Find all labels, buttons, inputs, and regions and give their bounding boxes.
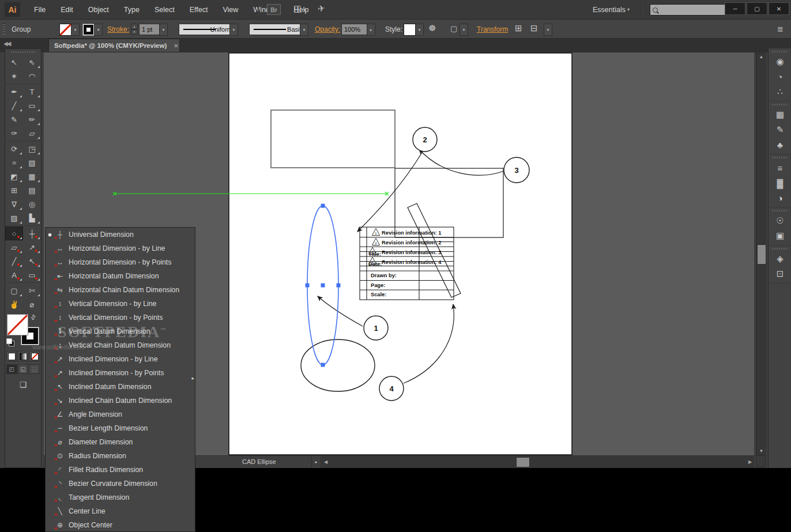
vertical-scroll-thumb[interactable] bbox=[757, 244, 766, 265]
tool-zoom[interactable]: ⌀ bbox=[23, 297, 41, 311]
default-fill-stroke-icon[interactable] bbox=[6, 338, 14, 346]
panel-icon-kuler[interactable]: ∴ bbox=[769, 84, 791, 99]
opacity-popup-arrow[interactable]: ▸ bbox=[367, 24, 375, 36]
menu-item-vertical-chain-datum-dimension[interactable]: ↨Vertical Chain Datum Dimension bbox=[46, 338, 195, 352]
menu-item-object-center[interactable]: ⊕Object Center bbox=[46, 518, 195, 532]
width-profile-caret[interactable]: ▾ bbox=[229, 24, 238, 36]
select-similar-caret[interactable]: ▾ bbox=[459, 24, 468, 36]
tool-slice[interactable]: ✄ bbox=[23, 284, 41, 297]
tool-cad-label[interactable]: A bbox=[5, 268, 23, 282]
panel-icon-layers[interactable]: ◈ bbox=[769, 251, 791, 266]
panel-icon-stroke[interactable]: ≡ bbox=[769, 160, 791, 175]
menu-edit[interactable]: Edit bbox=[53, 0, 81, 19]
panel-icon-appearance[interactable]: ☉ bbox=[769, 213, 791, 228]
menu-effect[interactable]: Effect bbox=[182, 0, 216, 19]
panel-icon-brushes[interactable]: ✎ bbox=[769, 122, 791, 137]
panel-icon-color[interactable]: ◉ bbox=[769, 54, 791, 69]
menu-item-angle-dimension[interactable]: ∠Angle Dimension bbox=[46, 408, 195, 421]
fill-swatch-caret[interactable]: ▾ bbox=[71, 24, 80, 36]
swap-fill-stroke-icon[interactable]: ⇄ bbox=[29, 313, 38, 322]
menu-item-horizontal-chain-datum-dimension[interactable]: ⇋Horizontal Chain Datum Dimension bbox=[46, 283, 195, 297]
panel-grip[interactable] bbox=[3, 23, 5, 35]
menu-item-bezier-length-dimension[interactable]: ∽Bezier Length Dimension bbox=[46, 421, 195, 435]
search-input[interactable] bbox=[650, 4, 725, 16]
panel-grip[interactable] bbox=[772, 103, 788, 106]
scroll-right-icon[interactable]: ▶ bbox=[746, 456, 754, 468]
tool-perspective-grid[interactable]: ▦ bbox=[23, 169, 41, 183]
menu-file[interactable]: File bbox=[27, 0, 53, 19]
tool-cad-parallelogram[interactable]: ▱ bbox=[5, 240, 23, 254]
panel-icon-artboards[interactable]: ⊡ bbox=[769, 266, 791, 281]
tool-rectangle[interactable]: ▭ bbox=[23, 99, 41, 112]
none-button[interactable] bbox=[29, 351, 40, 361]
tab-close-icon[interactable]: ✕ bbox=[174, 43, 178, 49]
draw-behind-button[interactable]: ◱ bbox=[18, 364, 29, 374]
horizontal-scrollbar[interactable]: ◀ ▶ bbox=[322, 456, 754, 468]
tool-eraser[interactable]: ▱ bbox=[23, 126, 41, 140]
menu-item-fillet-radius-dimension[interactable]: ◜Fillet Radius Dimension bbox=[46, 463, 195, 477]
menu-item-bezier-curvature-dimension[interactable]: ◝Bezier Curvature Dimension bbox=[46, 477, 195, 491]
stepper-down-icon[interactable]: ▾ bbox=[131, 29, 138, 35]
menu-item-horizontal-dimension-by-line[interactable]: ↔Horizontal Dimension - by Line bbox=[46, 242, 195, 255]
brush-definition-caret[interactable]: ▾ bbox=[300, 24, 308, 36]
tool-magic-wand[interactable]: ✶ bbox=[5, 69, 23, 83]
tool-type[interactable]: T bbox=[23, 85, 41, 99]
scroll-down-icon[interactable]: ▼ bbox=[756, 447, 766, 455]
tool-free-transform[interactable]: ▧ bbox=[23, 156, 41, 169]
width-profile-dropdown[interactable]: Uniform bbox=[179, 24, 236, 35]
menu-item-center-line[interactable]: ╲Center Line bbox=[46, 504, 195, 518]
cs-live-icon[interactable]: ✈ bbox=[317, 3, 326, 14]
distribute-objects-icon[interactable]: ⊟ bbox=[530, 23, 538, 33]
panel-grip[interactable] bbox=[772, 50, 788, 53]
panel-grip[interactable] bbox=[772, 209, 788, 212]
menu-item-inclined-dimension-by-line[interactable]: ↗Inclined Dimension - by Line bbox=[46, 352, 195, 366]
tool-cad-line[interactable]: ╱ bbox=[5, 254, 23, 268]
tool-paintbrush[interactable]: ✎ bbox=[5, 112, 23, 126]
panel-icon-swatches[interactable]: ▦ bbox=[769, 107, 791, 122]
tool-scale[interactable]: ◳ bbox=[23, 142, 41, 156]
panel-icon-gradient[interactable]: ▓ bbox=[769, 175, 791, 190]
tool-pen[interactable]: ✒ bbox=[5, 85, 23, 99]
horizontal-scroll-thumb[interactable] bbox=[516, 457, 530, 467]
draw-normal-button[interactable]: ◰ bbox=[6, 364, 17, 374]
menu-item-diameter-dimension[interactable]: ⌀Diameter Dimension bbox=[46, 435, 195, 449]
maximize-button[interactable]: ▢ bbox=[747, 2, 767, 15]
brush-definition-dropdown[interactable]: Basic bbox=[249, 24, 307, 35]
menu-object[interactable]: Object bbox=[81, 0, 116, 19]
menu-item-vertical-dimension-by-points[interactable]: ↕Vertical Dimension - by Points bbox=[46, 311, 195, 325]
panel-grip[interactable] bbox=[11, 50, 35, 54]
fill-swatch[interactable] bbox=[59, 24, 71, 36]
tool-column-graph[interactable]: ▙ bbox=[23, 211, 41, 225]
tool-artboard[interactable]: ▢ bbox=[5, 284, 23, 297]
bridge-launch-button[interactable]: Br bbox=[267, 4, 281, 15]
document-tab[interactable]: Softpedia* @ 100% (CMYK/Preview) ✕ bbox=[48, 39, 180, 52]
tool-blob-brush[interactable]: ✑ bbox=[5, 126, 23, 140]
recolor-artwork-icon[interactable]: ☸ bbox=[428, 23, 436, 33]
menu-item-tangent-dimension[interactable]: ◟Tangent Dimension bbox=[46, 491, 195, 504]
tool-width[interactable]: ≈ bbox=[5, 156, 23, 169]
opacity-panel-link[interactable]: Opacity: bbox=[315, 25, 340, 33]
panel-icon-transparency[interactable]: ◑ bbox=[769, 190, 791, 205]
tool-cad-rectangle[interactable]: ▭ bbox=[23, 268, 41, 282]
tool-pencil[interactable]: ✏ bbox=[23, 112, 41, 126]
menu-item-horizontal-datum-dimension[interactable]: ⇤Horizontal Datum Dimension bbox=[46, 269, 195, 283]
stroke-weight-stepper[interactable]: ▴ ▾ bbox=[131, 24, 138, 35]
panel-icon-color-guide[interactable]: ◔ bbox=[769, 69, 791, 84]
vertical-scrollbar[interactable]: ▲ ▼ bbox=[756, 52, 766, 455]
stroke-panel-link[interactable]: Stroke: bbox=[107, 25, 129, 33]
tool-lasso[interactable]: ◠ bbox=[23, 69, 41, 83]
tool-symbol-sprayer[interactable]: ▨ bbox=[5, 211, 23, 225]
draw-inside-button[interactable]: ◲ bbox=[29, 364, 40, 374]
tool-cad-select[interactable]: ↖ bbox=[23, 254, 41, 268]
tool-cad-inclined-dimension[interactable]: ↗ bbox=[23, 240, 41, 254]
menu-item-universal-dimension[interactable]: ┼Universal Dimension bbox=[46, 228, 195, 242]
stroke-weight-caret[interactable]: ▾ bbox=[159, 24, 168, 36]
align-caret[interactable]: ▾ bbox=[544, 24, 552, 36]
fill-color-swatch[interactable] bbox=[7, 314, 28, 335]
status-popup-arrow[interactable]: ▸ bbox=[311, 456, 321, 468]
close-button[interactable]: ✕ bbox=[769, 2, 789, 15]
tool-gradient[interactable]: ▤ bbox=[23, 183, 41, 197]
scroll-left-icon[interactable]: ◀ bbox=[322, 456, 330, 468]
panel-grip[interactable] bbox=[772, 156, 788, 159]
screen-mode-button[interactable]: ❏ bbox=[16, 379, 30, 390]
